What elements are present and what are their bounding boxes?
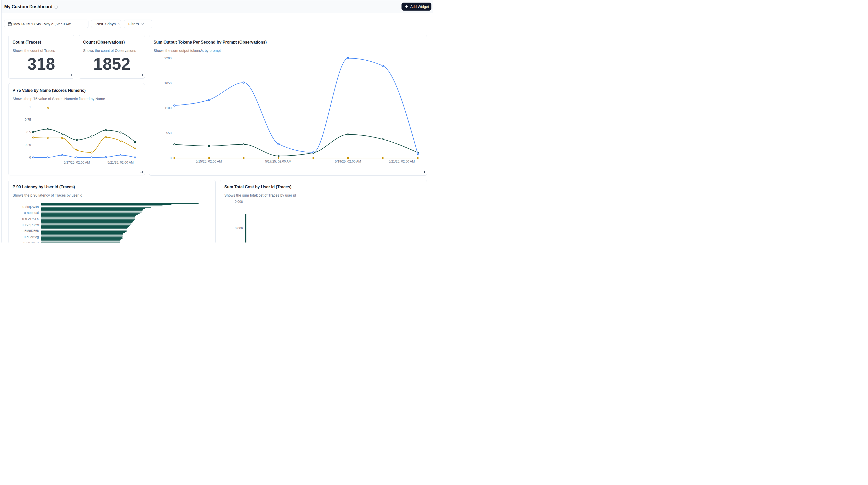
svg-text:u-8sq2w4a: u-8sq2w4a	[23, 205, 39, 209]
svg-text:u-5M8D56k: u-5M8D56k	[22, 229, 39, 233]
svg-text:0.75: 0.75	[25, 118, 31, 122]
svg-text:5/15/25, 02:00 AM: 5/15/25, 02:00 AM	[196, 160, 222, 163]
svg-text:u-aobnuxf: u-aobnuxf	[24, 211, 39, 215]
svg-text:1650: 1650	[164, 82, 172, 85]
svg-text:0: 0	[29, 156, 31, 159]
svg-text:0.006: 0.006	[235, 226, 243, 230]
svg-text:u-zVqP3hw: u-zVqP3hw	[22, 223, 39, 227]
svg-text:0.25: 0.25	[25, 143, 31, 147]
svg-text:u-8fVa9T3: u-8fVa9T3	[24, 241, 39, 243]
svg-text:5/17/25, 02:00 AM: 5/17/25, 02:00 AM	[265, 160, 291, 163]
svg-text:1: 1	[29, 105, 31, 109]
svg-text:5/19/25, 02:00 AM: 5/19/25, 02:00 AM	[335, 160, 361, 163]
svg-text:u-d3qr5cg: u-d3qr5cg	[24, 235, 39, 239]
svg-text:0: 0	[170, 156, 172, 160]
svg-text:0.5: 0.5	[27, 130, 31, 134]
svg-text:5/21/25, 02:00 AM: 5/21/25, 02:00 AM	[389, 160, 415, 163]
svg-text:1100: 1100	[164, 106, 172, 110]
svg-text:5/21/25, 02:00 AM: 5/21/25, 02:00 AM	[107, 161, 133, 164]
svg-text:550: 550	[166, 131, 172, 135]
svg-text:5/17/25, 02:00 AM: 5/17/25, 02:00 AM	[64, 161, 90, 164]
svg-text:0.008: 0.008	[235, 200, 243, 204]
svg-text:2200: 2200	[164, 57, 172, 60]
svg-text:u-tFAR5TX: u-tFAR5TX	[22, 217, 39, 221]
